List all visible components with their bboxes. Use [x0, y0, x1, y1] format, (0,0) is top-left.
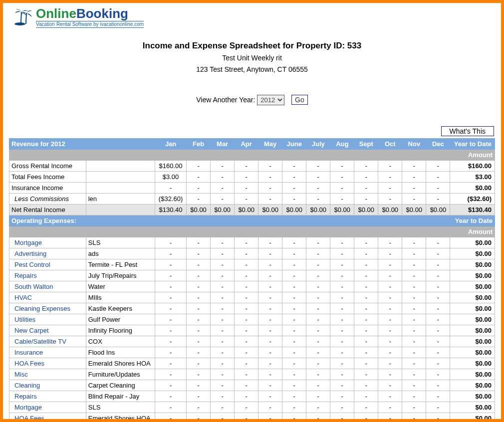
cell: -	[211, 248, 235, 259]
cell: -	[211, 160, 235, 171]
cell: -	[354, 259, 378, 270]
cell: -	[155, 259, 187, 270]
cell: -	[378, 237, 402, 248]
row-vendor: SLS	[86, 402, 155, 413]
row-vendor: Kastle Keepers	[86, 303, 155, 314]
expense-link[interactable]: Cleaning	[9, 380, 86, 391]
cell: $0.00	[235, 204, 258, 215]
cell: -	[211, 259, 235, 270]
cell: -	[354, 358, 378, 369]
cell: $0.00	[354, 204, 378, 215]
cell: -	[235, 237, 258, 248]
cell: -	[378, 336, 402, 347]
cell: -	[354, 171, 378, 182]
amount-label-2: Amount	[450, 226, 495, 237]
cell: -	[402, 248, 426, 259]
cell: -	[426, 270, 450, 281]
expense-link[interactable]: Misc	[9, 369, 86, 380]
expense-link[interactable]: Insurance	[9, 347, 86, 358]
col-ytd: Year to Date	[450, 138, 495, 149]
page-header: Income and Expense Spreadsheet for Prope…	[9, 39, 495, 75]
whats-this-button[interactable]: What's This	[441, 126, 494, 136]
expense-link[interactable]: HOA Fees	[9, 413, 86, 422]
expense-link[interactable]: Pest Control	[9, 259, 86, 270]
cell: -	[354, 270, 378, 281]
cell: -	[426, 358, 450, 369]
cell: -	[211, 402, 235, 413]
cell: -	[211, 391, 235, 402]
cell: -	[235, 402, 258, 413]
table-row: MortgageSLS------------$0.00	[9, 237, 495, 248]
cell: -	[282, 358, 306, 369]
cell: -	[306, 281, 330, 292]
cell: -	[306, 413, 330, 422]
ytd-cell: $3.00	[450, 171, 495, 182]
cell: -	[282, 369, 306, 380]
cell: ($32.60)	[155, 193, 187, 204]
income-expense-table: Revenue for 2012 Jan Feb Mar Apr May Jun…	[9, 138, 495, 422]
cell: -	[258, 325, 282, 336]
col-jan: Jan	[155, 138, 187, 149]
cell: -	[282, 248, 306, 259]
cell: -	[155, 270, 187, 281]
cell: -	[330, 248, 354, 259]
cell: -	[378, 160, 402, 171]
cell: -	[155, 292, 187, 303]
cell: -	[378, 347, 402, 358]
expense-link[interactable]: HOA Fees	[9, 358, 86, 369]
cell: $160.00	[155, 160, 187, 171]
expense-link[interactable]: Mortgage	[9, 237, 86, 248]
cell: -	[306, 314, 330, 325]
year-select[interactable]: 2012	[257, 95, 284, 105]
table-row: MortgageSLS------------$0.00	[9, 402, 495, 413]
col-mar: Mar	[211, 138, 235, 149]
expense-link[interactable]: Utilities	[9, 314, 86, 325]
expense-link[interactable]: Advertising	[9, 248, 86, 259]
cell: -	[402, 237, 426, 248]
cell: -	[155, 336, 187, 347]
row-vendor: len	[86, 193, 155, 204]
cell: -	[306, 391, 330, 402]
cell: -	[330, 259, 354, 270]
cell: -	[354, 160, 378, 171]
ytd-cell: $0.00	[450, 292, 495, 303]
cell: -	[211, 380, 235, 391]
col-apr: Apr	[235, 138, 258, 149]
cell: -	[402, 314, 426, 325]
expense-link[interactable]: Cleaning Expenses	[9, 303, 86, 314]
cell: -	[330, 369, 354, 380]
expense-link[interactable]: Repairs	[9, 270, 86, 281]
row-name: Insurance Income	[9, 182, 86, 193]
cell: -	[354, 292, 378, 303]
ytd-cell: $0.00	[450, 347, 495, 358]
expense-link[interactable]: Cable/Satellite TV	[9, 336, 86, 347]
cell: -	[187, 380, 211, 391]
ytd-cell: $0.00	[450, 402, 495, 413]
row-vendor: Furniture/Updates	[86, 369, 155, 380]
col-jun: June	[282, 138, 306, 149]
cell: -	[258, 237, 282, 248]
cell: -	[235, 325, 258, 336]
cell: -	[211, 193, 235, 204]
cell: -	[187, 270, 211, 281]
logo[interactable]: OnlineBooking Vacation Rental Software b…	[9, 5, 495, 28]
expense-link[interactable]: Mortgage	[9, 402, 86, 413]
cell: -	[155, 182, 187, 193]
cell: -	[402, 292, 426, 303]
cell: -	[306, 402, 330, 413]
expense-link[interactable]: HVAC	[9, 292, 86, 303]
cell: -	[282, 259, 306, 270]
cell: -	[402, 358, 426, 369]
table-row: Cleaning ExpensesKastle Keepers---------…	[9, 303, 495, 314]
cell: -	[378, 270, 402, 281]
expense-link[interactable]: Repairs	[9, 391, 86, 402]
cell: -	[402, 347, 426, 358]
palm-tree-icon	[14, 8, 34, 27]
cell: -	[258, 248, 282, 259]
expense-link[interactable]: New Carpet	[9, 325, 86, 336]
expense-link[interactable]: South Walton	[9, 281, 86, 292]
ytd-cell: ($32.60)	[450, 193, 495, 204]
cell: -	[330, 391, 354, 402]
cell: -	[155, 325, 187, 336]
go-button[interactable]: Go	[291, 95, 308, 105]
